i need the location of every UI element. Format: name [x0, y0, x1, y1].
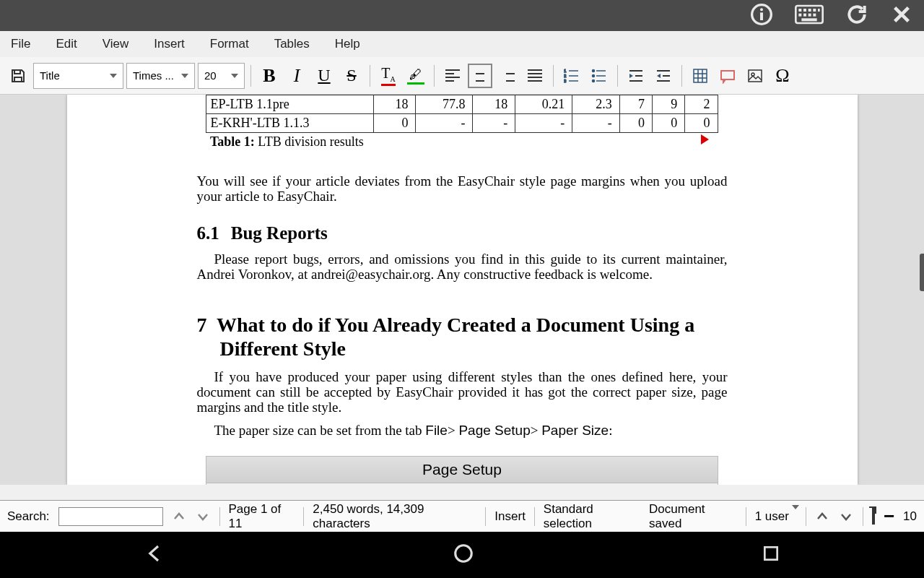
menu-tables[interactable]: Tables: [274, 37, 310, 51]
save-status: Document saved: [649, 502, 737, 531]
refresh-icon[interactable]: [845, 3, 868, 29]
back-button[interactable]: [144, 543, 165, 567]
svg-text:3: 3: [564, 79, 567, 83]
close-icon[interactable]: [890, 3, 913, 29]
page-setup-title: Page Setup: [206, 456, 718, 483]
svg-rect-34: [694, 69, 707, 82]
svg-rect-6: [808, 9, 811, 12]
align-center-button[interactable]: [468, 64, 492, 88]
svg-rect-9: [798, 13, 801, 16]
svg-point-42: [456, 545, 472, 562]
menu-file[interactable]: File: [11, 37, 30, 51]
zoom-value: 10: [903, 509, 917, 524]
svg-rect-40: [749, 70, 762, 82]
font-select[interactable]: Times ...: [126, 63, 195, 89]
svg-point-1: [760, 8, 763, 11]
info-icon[interactable]: [750, 3, 773, 29]
svg-rect-43: [764, 547, 777, 559]
red-triangle-icon: [701, 134, 709, 144]
image-button[interactable]: [743, 64, 767, 88]
svg-rect-8: [818, 9, 820, 12]
symbol-button[interactable]: Ω: [770, 64, 795, 88]
italic-button[interactable]: I: [284, 64, 309, 88]
user-count[interactable]: 1 user: [755, 509, 797, 524]
paragraph: If you have produced your paper using di…: [197, 370, 728, 415]
underline-button[interactable]: U: [312, 64, 336, 88]
section-heading: 6.1Bug Reports: [197, 223, 728, 243]
align-right-button[interactable]: [495, 64, 520, 88]
page: EP-LTB 1.1pre 18 77.8 18 0.21 2.3 7 9 2 …: [67, 95, 858, 485]
search-next-button[interactable]: [196, 510, 211, 523]
menu-insert[interactable]: Insert: [154, 37, 185, 51]
svg-rect-12: [813, 13, 816, 16]
bold-button[interactable]: B: [257, 64, 282, 88]
save-icon[interactable]: [6, 64, 30, 88]
svg-rect-39: [721, 71, 734, 79]
page-indicator[interactable]: Page 1 of 11: [228, 502, 295, 531]
svg-rect-5: [803, 9, 806, 12]
paragraph: You will see if your article deviates fr…: [197, 174, 728, 204]
search-label: Search:: [7, 509, 50, 524]
search-prev-button[interactable]: [172, 510, 187, 523]
align-justify-button[interactable]: [523, 64, 547, 88]
scrollbar-thumb[interactable]: [920, 254, 924, 291]
selection-mode[interactable]: Standard selection: [544, 502, 640, 531]
svg-rect-7: [813, 9, 816, 12]
number-list-button[interactable]: 123: [559, 64, 584, 88]
paragraph: Please report bugs, errors, and omission…: [197, 252, 728, 282]
svg-rect-2: [760, 12, 763, 20]
zoom-out-button[interactable]: −: [884, 505, 894, 527]
outline-down-button[interactable]: [839, 510, 854, 523]
svg-rect-11: [808, 13, 811, 16]
svg-point-24: [593, 74, 595, 77]
svg-rect-14: [14, 70, 20, 74]
document-area[interactable]: EP-LTB 1.1pre 18 77.8 18 0.21 2.3 7 9 2 …: [0, 95, 924, 485]
size-select[interactable]: 20: [198, 63, 245, 89]
table-caption: Table 1: LTB division results: [206, 133, 718, 152]
menu-bar: File Edit View Insert Format Tables Help: [0, 31, 924, 57]
svg-text:1: 1: [564, 69, 567, 73]
svg-point-22: [593, 69, 595, 72]
section-heading: 7 What to do if You Already Created a Do…: [197, 313, 728, 361]
page-setup-figure: Page Setup Page Attributes: [206, 456, 718, 485]
highlight-button[interactable]: 🖋: [404, 64, 428, 88]
svg-point-26: [593, 79, 595, 82]
insert-mode[interactable]: Insert: [494, 509, 526, 524]
svg-text:2: 2: [564, 74, 567, 78]
svg-rect-10: [803, 13, 806, 16]
keyboard-icon[interactable]: [795, 3, 824, 29]
strike-button[interactable]: S: [339, 64, 364, 88]
style-select[interactable]: Title: [33, 63, 123, 89]
android-nav-bar: [0, 532, 924, 578]
search-input[interactable]: [58, 507, 163, 526]
svg-rect-15: [14, 77, 22, 82]
formatting-toolbar: Title Times ... 20 B I U S TA 🖋 123 Ω: [0, 57, 924, 95]
zoom-fit-button[interactable]: [872, 509, 875, 524]
align-left-button[interactable]: [440, 64, 465, 88]
home-button[interactable]: [453, 543, 474, 567]
menu-format[interactable]: Format: [210, 37, 249, 51]
svg-rect-4: [798, 9, 801, 12]
recent-button[interactable]: [762, 544, 780, 566]
app-top-bar: [0, 0, 924, 31]
data-table: EP-LTB 1.1pre 18 77.8 18 0.21 2.3 7 9 2 …: [206, 95, 718, 151]
indent-inc-button[interactable]: [624, 64, 648, 88]
font-color-button[interactable]: TA: [376, 64, 401, 88]
svg-rect-13: [801, 18, 816, 21]
style-value: Title: [40, 69, 60, 82]
table-row: EP-LTB 1.1pre 18 77.8 18 0.21 2.3 7 9 2: [206, 95, 718, 114]
outline-up-button[interactable]: [815, 510, 830, 523]
menu-edit[interactable]: Edit: [56, 37, 77, 51]
size-value: 20: [204, 69, 217, 82]
comment-button[interactable]: [715, 64, 740, 88]
font-value: Times ...: [133, 69, 174, 82]
table-row: E-KRH'-LTB 1.1.3 0 - - - - 0 0 0: [206, 114, 718, 133]
table-button[interactable]: [688, 64, 712, 88]
menu-view[interactable]: View: [103, 37, 129, 51]
menu-help[interactable]: Help: [335, 37, 360, 51]
indent-dec-button[interactable]: [651, 64, 676, 88]
status-bar: Search: Page 1 of 11 2,450 words, 14,309…: [0, 500, 924, 532]
paragraph: The paper size can be set from the tab F…: [197, 423, 728, 439]
word-count[interactable]: 2,450 words, 14,309 characters: [313, 502, 476, 531]
bullet-list-button[interactable]: [587, 64, 611, 88]
